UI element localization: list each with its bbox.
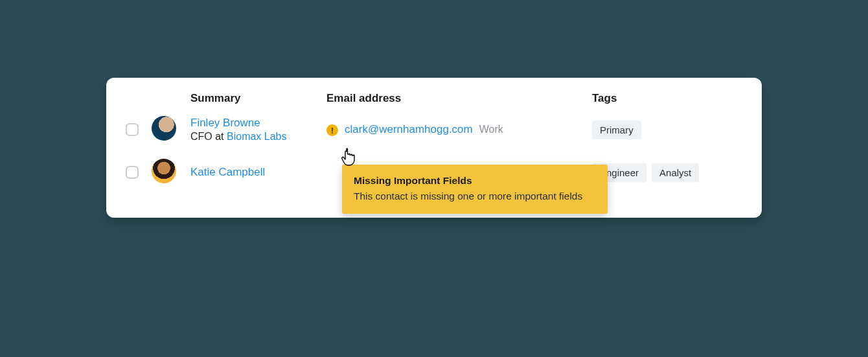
tag[interactable]: Primary (592, 121, 641, 139)
tooltip-body: This contact is missing one or more impo… (354, 190, 596, 202)
avatar[interactable] (152, 159, 176, 183)
contact-name-link[interactable]: Katie Campbell (190, 166, 326, 179)
row-checkbox[interactable] (126, 166, 139, 179)
warning-icon[interactable]: ! (326, 124, 338, 136)
contact-subline: CFO at Biomax Labs (190, 131, 326, 143)
tooltip-title: Missing Important Fields (354, 175, 596, 187)
role-prefix: CFO at (190, 131, 227, 142)
tag[interactable]: Analyst (652, 163, 699, 182)
header-tags: Tags (592, 92, 741, 105)
header-email: Email address (326, 92, 592, 105)
header-summary: Summary (190, 92, 326, 105)
email-type-label: Work (479, 124, 503, 135)
tags-cell: Primary (592, 121, 741, 139)
tags-cell: Engineer Analyst (592, 163, 741, 182)
contact-name-link[interactable]: Finley Browne (190, 117, 326, 130)
table-header: Summary Email address Tags (126, 92, 742, 105)
company-link[interactable]: Biomax Labs (227, 131, 287, 142)
avatar[interactable] (152, 116, 176, 141)
warning-tooltip: Missing Important Fields This contact is… (342, 165, 608, 214)
table-row: Finley Browne CFO at Biomax Labs ! clark… (126, 114, 742, 145)
email-link[interactable]: clark@wernhamhogg.com (345, 123, 473, 136)
row-checkbox[interactable] (126, 123, 139, 136)
